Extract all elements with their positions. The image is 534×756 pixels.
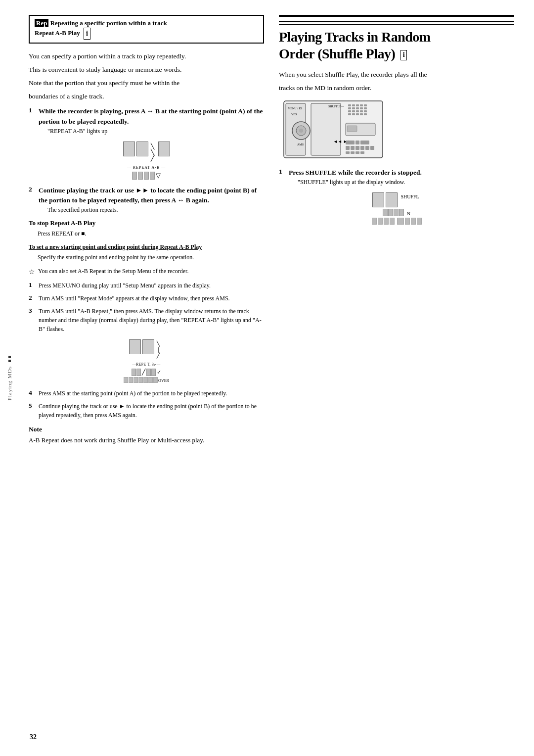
lcd2-c3: [146, 369, 151, 376]
lcd-r-c3: [394, 209, 399, 216]
step-5: 5 Continue playing the track or use ► to…: [29, 402, 264, 420]
lcd2-top-row: ╲ │ ╱: [129, 339, 164, 360]
svg-rect-35: [360, 141, 369, 144]
lcd-r-c2: [388, 209, 393, 216]
right-step-1-num: 1: [279, 168, 289, 187]
lcd-char-1: [132, 172, 137, 180]
lcd2-c2: [136, 369, 141, 376]
svg-rect-28: [360, 113, 363, 115]
lcd-seg-1: [123, 142, 135, 156]
to-stop-label: To stop Repeat A-B Play: [29, 219, 95, 227]
svg-text:YES: YES: [291, 113, 297, 116]
device-svg: MENU / IO YES AMS: [279, 98, 388, 163]
svg-rect-23: [360, 110, 363, 112]
thin-line-top: [279, 24, 514, 25]
lcd-r-seg-1: [372, 192, 384, 207]
step-2: 2 Continue playing the track or use ►► t…: [29, 186, 264, 215]
tip-icon: ☆: [29, 267, 35, 277]
lcd2-seg-1: [129, 339, 141, 354]
step-2-content: Continue playing the track or use ►► to …: [39, 186, 264, 215]
note-text: A-B Repeat does not work during Shuffle …: [29, 435, 264, 445]
note-heading: Note: [29, 425, 264, 433]
lcd2-slash: ╱: [142, 369, 145, 376]
lcd-right-inner: SHUFFL N: [372, 192, 422, 225]
svg-rect-19: [364, 107, 367, 109]
step-1: 1 While the recorder is playing, press A…: [29, 106, 264, 136]
lcd2-r3-6: [148, 377, 153, 383]
svg-rect-10: [348, 104, 351, 106]
step-1-note: "REPEAT A-B" lights up: [47, 127, 264, 136]
step-5-num: 5: [29, 402, 39, 420]
intro-text: You can specify a portion within a track…: [29, 51, 264, 102]
lcd2-seg-2: [142, 339, 154, 354]
lcd-r-c1: [383, 209, 388, 216]
lcd2-sym-3: ╱: [157, 352, 163, 359]
svg-rect-16: [352, 107, 355, 109]
svg-rect-21: [352, 110, 355, 112]
svg-rect-17: [356, 107, 359, 109]
right-step-1-content: Press SHUFFLE while the recorder is stop…: [289, 168, 514, 187]
lcd2-sym-1: ╲: [157, 341, 163, 347]
setup-step-3: 3 Turn AMS until "A-B Repeat," then pres…: [29, 307, 264, 333]
svg-rect-43: [351, 151, 355, 154]
spine-dots: [8, 356, 11, 362]
main-content: Rep Repeating a specific portion within …: [19, 0, 534, 756]
to-set-section: To set a new starting point and ending p…: [29, 243, 264, 251]
section-icon: i: [84, 28, 90, 40]
section-box-title: Rep Repeating a specific portion within …: [35, 19, 258, 40]
lcd2-over-label: OVER: [158, 378, 169, 383]
intro-line-1: You can specify a portion within a track…: [29, 51, 264, 62]
svg-rect-26: [352, 113, 355, 115]
right-column: Playing Tracks in Random Order (Shuffle …: [279, 15, 514, 736]
right-title-icon: i: [400, 50, 407, 60]
to-stop-text: Press REPEAT or ■.: [38, 229, 264, 238]
step-4: 4 Press AMS at the starting point (point…: [29, 389, 264, 398]
thick-line-top: [279, 21, 514, 22]
lcd-r-r2-6: [405, 218, 410, 225]
setup-step-2-content: Turn AMS until "Repeat Mode" appears at …: [39, 294, 264, 303]
svg-text:AMS: AMS: [297, 143, 304, 146]
lcd2-c1: [132, 369, 136, 376]
setup-step-3-num: 3: [29, 307, 39, 333]
tip-text: You can also set A-B Repeat in the Setup…: [38, 267, 188, 277]
lcd-r-seg-2: [386, 192, 398, 207]
right-step-1: 1 Press SHUFFLE while the recorder is st…: [279, 168, 514, 187]
svg-rect-37: [351, 146, 355, 150]
lcd2-label-repeat: —REPE T, %-—: [132, 362, 161, 367]
two-column-layout: Rep Repeating a specific portion within …: [29, 15, 514, 736]
lcd-char-3: [144, 172, 149, 180]
lcd2-r3-4: [138, 377, 143, 383]
page-number: 32: [30, 733, 37, 741]
right-title-block: Playing Tracks in Random Order (Shuffle …: [279, 15, 514, 62]
right-step-1-text: Press SHUFFLE while the recorder is stop…: [289, 169, 422, 176]
lcd-inner-2: ╲ │ ╱ —REPE T, %-— ╱: [124, 339, 169, 383]
svg-rect-15: [348, 107, 351, 109]
right-title-line1: Playing Tracks in Random: [279, 29, 431, 45]
lcd-r-r2-1: [372, 218, 377, 225]
svg-text:MENU / IO: MENU / IO: [288, 107, 302, 110]
step-5-content: Continue playing the track or use ► to l…: [39, 402, 264, 420]
svg-rect-29: [364, 113, 367, 115]
svg-rect-44: [356, 151, 359, 154]
to-set-text: Specify the starting point and ending po…: [38, 253, 264, 262]
lcd2-symbols: ╲ │ ╱: [156, 339, 164, 360]
lcd-bottom-row: ▽: [132, 172, 161, 180]
lcd-label-repeat: — REPEAT A-B —: [127, 165, 166, 170]
svg-rect-25: [348, 113, 351, 115]
setup-step-2-num: 2: [29, 294, 39, 303]
svg-point-6: [299, 129, 303, 133]
lcd2-r3-7: [153, 377, 158, 383]
lcd-top-row: ╲ ╲ ╱: [123, 142, 170, 163]
lcd2-chars-2: [146, 369, 156, 376]
lcd-over-sym: ▽: [156, 172, 161, 180]
lcd2-r3-1: [124, 377, 128, 383]
device-schematic: MENU / IO YES AMS: [279, 98, 514, 163]
lcd2-r3-3: [134, 377, 138, 383]
lcd-display-2: ╲ │ ╱ —REPE T, %-— ╱: [29, 339, 264, 383]
lcd-seg-2: [136, 142, 148, 156]
setup-step-2: 2 Turn AMS until "Repeat Mode" appears a…: [29, 294, 264, 303]
svg-rect-24: [364, 110, 367, 112]
svg-rect-33: [346, 141, 355, 144]
svg-rect-14: [364, 104, 367, 106]
lcd2-chars-1: [132, 369, 141, 376]
